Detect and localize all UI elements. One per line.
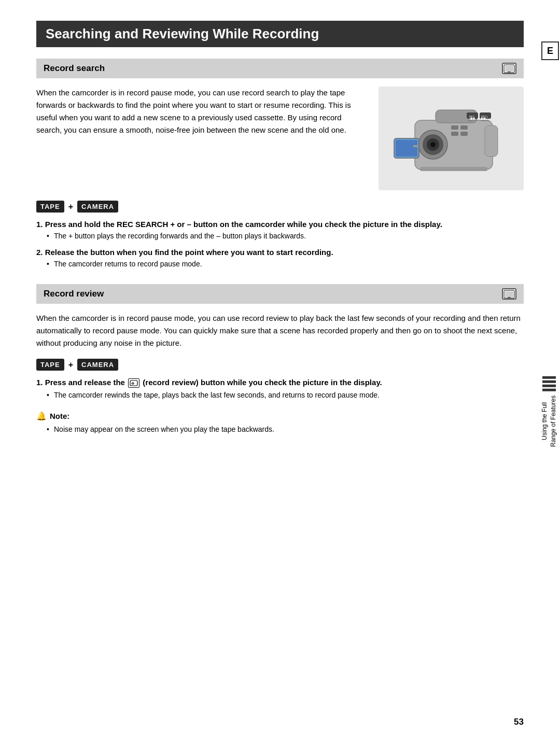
- note-label: Note:: [50, 412, 69, 420]
- review-step1-sub-list: The camcorder rewinds the tape, plays ba…: [36, 390, 524, 401]
- svg-rect-22: [451, 132, 458, 136]
- page-number: 53: [514, 717, 524, 727]
- right-sidebar: E: [540, 41, 560, 70]
- camera-badge-2: CAMERA: [77, 359, 118, 371]
- page-container: E Using the Full Range of Features Searc…: [0, 0, 560, 748]
- svg-rect-24: [460, 132, 468, 136]
- record-review-instructions: 1. Press and release the ⊖ (record revie…: [36, 378, 524, 401]
- svg-rect-21: [451, 125, 458, 130]
- record-search-instructions: 1. Press and hold the REC SEARCH + or – …: [36, 220, 524, 270]
- svg-rect-27: [505, 291, 513, 297]
- record-search-title: Record search: [44, 63, 105, 74]
- note-header: 🔔 Note:: [36, 411, 524, 421]
- review-button-icon: ⊖: [128, 378, 139, 388]
- tape-badge-1: TAPE: [36, 201, 64, 213]
- note-item-1: Noise may appear on the screen when you …: [47, 424, 524, 435]
- svg-rect-1: [505, 66, 513, 72]
- svg-rect-10: [413, 145, 418, 147]
- step1-sub-list: The + button plays the recording forward…: [36, 231, 524, 242]
- camcorder-svg: REC SEARCH REC+ SEARCH ◀◀ ▶▶: [384, 92, 519, 185]
- sidebar-bars: [542, 376, 556, 391]
- instruction-item-1: 1. Press and hold the REC SEARCH + or – …: [36, 220, 524, 242]
- record-review-section: Record review When the camcorder is in r…: [36, 284, 524, 435]
- instruction-item-2: 2. Release the button when you find the …: [36, 248, 524, 270]
- tape-camera-row-1: TAPE + CAMERA: [36, 201, 524, 213]
- camcorder-image: REC SEARCH REC+ SEARCH ◀◀ ▶▶: [379, 87, 524, 190]
- svg-rect-28: [508, 297, 511, 298]
- record-search-content: When the camcorder is in record pause mo…: [36, 87, 524, 190]
- review-instruction-item-1: 1. Press and release the ⊖ (record revie…: [36, 378, 524, 401]
- step2-sub-list: The camcorder returns to record pause mo…: [36, 259, 524, 270]
- plus-sign-1: +: [68, 202, 73, 211]
- record-search-text: When the camcorder is in record pause mo…: [36, 87, 368, 190]
- plus-sign-2: +: [68, 360, 73, 370]
- note-section: 🔔 Note: Noise may appear on the screen w…: [36, 411, 524, 435]
- vertical-sidebar: Using the Full Range of Features: [538, 376, 560, 446]
- svg-rect-20: [485, 125, 498, 157]
- record-search-header: Record search: [36, 59, 524, 78]
- svg-point-7: [430, 142, 436, 147]
- record-search-icon: [502, 63, 516, 74]
- tape-camera-row-2: TAPE + CAMERA: [36, 359, 524, 371]
- svg-text:▶▶: ▶▶: [481, 117, 487, 120]
- record-review-title: Record review: [44, 289, 104, 299]
- review-step1-sub-item: The camcorder rewinds the tape, plays ba…: [47, 390, 524, 401]
- tape-badge-2: TAPE: [36, 359, 64, 371]
- svg-rect-9: [396, 140, 417, 157]
- step2-sub-item: The camcorder returns to record pause mo…: [47, 259, 524, 270]
- svg-rect-25: [420, 167, 487, 171]
- svg-rect-2: [508, 72, 511, 73]
- step1-sub-item: The + button plays the recording forward…: [47, 231, 524, 242]
- record-review-header: Record review: [36, 284, 524, 304]
- camera-badge-1: CAMERA: [77, 201, 118, 213]
- review-step1-main: 1. Press and release the ⊖ (record revie…: [36, 378, 524, 388]
- step1-main: 1. Press and hold the REC SEARCH + or – …: [36, 220, 524, 229]
- page-title-bar: Searching and Reviewing While Recording: [36, 21, 524, 47]
- step2-main: 2. Release the button when you find the …: [36, 248, 524, 257]
- sidebar-vertical-text: Using the Full Range of Features: [540, 395, 558, 446]
- page-title: Searching and Reviewing While Recording: [46, 26, 514, 42]
- letter-e-tab: E: [541, 41, 559, 60]
- svg-rect-23: [460, 125, 468, 130]
- note-list: Noise may appear on the screen when you …: [36, 424, 524, 435]
- svg-text:⊖: ⊖: [131, 382, 134, 385]
- record-review-icon: [502, 288, 516, 300]
- note-icon: 🔔: [36, 411, 47, 421]
- svg-text:◀◀: ◀◀: [469, 117, 475, 120]
- record-review-text: When the camcorder is in record pause mo…: [36, 312, 524, 349]
